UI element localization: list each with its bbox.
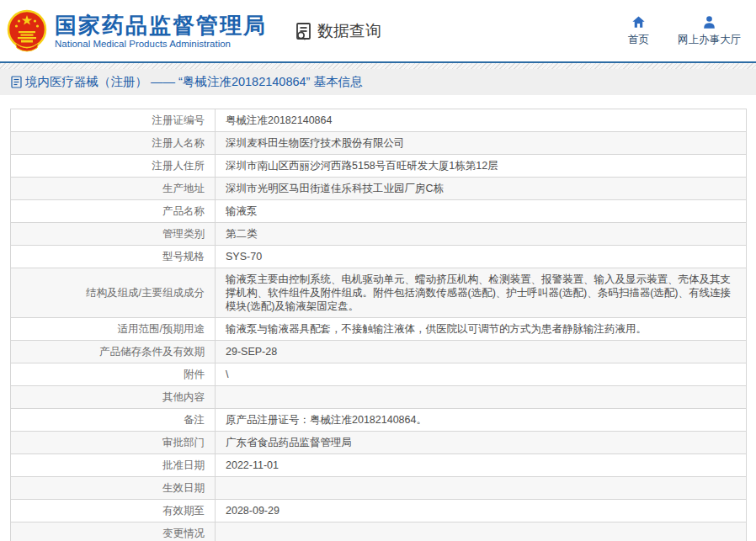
row-value [216, 477, 747, 500]
table-row: 结构及组成/主要组成成分 输液泵主要由控制系统、电机驱动单元、蠕动挤压机构、检测… [11, 268, 747, 318]
row-value: \ [216, 363, 747, 386]
table-row: 批准日期 2022-11-01 [11, 454, 747, 477]
table-row: 其他内容 [11, 386, 747, 409]
row-label: 产品储存条件及有效期 [11, 341, 216, 363]
table-row: 有效期至 2028-09-29 [11, 500, 747, 522]
nav-online-hall[interactable]: 网上办事大厅 [678, 14, 741, 47]
row-value: 粤械注准20182140864 [216, 109, 747, 132]
table-row: 审批部门 广东省食品药品监督管理局 [11, 432, 747, 454]
row-value: 输液泵主要由控制系统、电机驱动单元、蠕动挤压机构、检测装置、报警装置、输入及显示… [216, 268, 747, 318]
org-name-en: National Medical Products Administration [55, 39, 267, 49]
home-icon [631, 14, 647, 30]
row-value: 广东省食品药品监督管理局 [216, 432, 747, 454]
table-row: 适用范围/预期用途 输液泵与输液器具配套，不接触输注液体，供医院以可调节的方式为… [11, 318, 747, 341]
title-band: 境内医疗器械（注册） —— “粤械注准20182140864” 基本信息 [0, 69, 756, 95]
row-value: 深圳市南山区西丽沙河西路5158号百旺研发大厦1栋第12层 [216, 155, 747, 178]
row-value: SYS-70 [216, 246, 747, 268]
header: 国家药品监督管理局 National Medical Products Admi… [0, 0, 756, 61]
row-label: 批准日期 [11, 454, 216, 477]
table-row: 注册人住所 深圳市南山区西丽沙河西路5158号百旺研发大厦1栋第12层 [11, 155, 747, 178]
table-row: 产品储存条件及有效期 29-SEP-28 [11, 341, 747, 363]
row-label: 注册人住所 [11, 155, 216, 178]
row-value: 输液泵 [216, 200, 747, 223]
nav-home[interactable]: 首页 [628, 14, 649, 47]
row-label: 结构及组成/主要组成成分 [11, 268, 216, 318]
row-value [216, 522, 747, 541]
table-row: 附件 \ [11, 363, 747, 386]
table-row: 产品名称 输液泵 [11, 200, 747, 223]
row-label: 生产地址 [11, 178, 216, 200]
national-emblem-logo [7, 9, 47, 53]
info-table-body: 注册证编号 粤械注准20182140864 注册人名称 深圳麦科田生物医疗技术股… [11, 109, 747, 541]
online-hall-label: 网上办事大厅 [678, 33, 741, 47]
row-value: 深圳市光明区马田街道佳乐科技工业园厂房C栋 [216, 178, 747, 200]
table-row: 注册证编号 粤械注准20182140864 [11, 109, 747, 132]
page-title: 境内医疗器械（注册） —— “粤械注准20182140864” 基本信息 [25, 74, 362, 90]
row-label: 其他内容 [11, 386, 216, 409]
home-label: 首页 [628, 33, 649, 47]
row-label: 有效期至 [11, 500, 216, 522]
table-row: 管理类别 第二类 [11, 223, 747, 246]
top-nav: 首页 网上办事大厅 [628, 14, 741, 47]
row-value: 输液泵与输液器具配套，不接触输注液体，供医院以可调节的方式为患者静脉输注药液用。 [216, 318, 747, 341]
table-row: 注册人名称 深圳麦科田生物医疗技术股份有限公司 [11, 132, 747, 155]
brand-block: 国家药品监督管理局 National Medical Products Admi… [55, 13, 267, 49]
row-value: 2028-09-29 [216, 500, 747, 522]
row-value: 29-SEP-28 [216, 341, 747, 363]
row-value: 2022-11-01 [216, 454, 747, 477]
data-query-label: 数据查询 [317, 20, 381, 42]
page: 国家药品监督管理局 National Medical Products Admi… [0, 0, 756, 541]
row-label: 型号规格 [11, 246, 216, 268]
table-wrap: 注册证编号 粤械注准20182140864 注册人名称 深圳麦科田生物医疗技术股… [0, 95, 756, 541]
hatch-band [0, 63, 756, 69]
org-name-cn: 国家药品监督管理局 [55, 13, 267, 38]
row-label: 备注 [11, 409, 216, 432]
table-row: 型号规格 SYS-70 [11, 246, 747, 268]
row-value: 第二类 [216, 223, 747, 246]
table-row: 变更情况 [11, 522, 747, 541]
row-label: 注册证编号 [11, 109, 216, 132]
info-table: 注册证编号 粤械注准20182140864 注册人名称 深圳麦科田生物医疗技术股… [10, 109, 747, 541]
document-search-icon [294, 21, 314, 41]
row-value: 深圳麦科田生物医疗技术股份有限公司 [216, 132, 747, 155]
row-label: 生效日期 [11, 477, 216, 500]
row-value [216, 386, 747, 409]
person-icon [701, 14, 717, 30]
row-label: 管理类别 [11, 223, 216, 246]
nav-data-query[interactable]: 数据查询 [294, 20, 381, 42]
table-row: 生效日期 [11, 477, 747, 500]
row-label: 产品名称 [11, 200, 216, 223]
document-icon [11, 76, 22, 88]
row-label: 附件 [11, 363, 216, 386]
table-row: 备注 原产品注册证号：粤械注准20182140864。 [11, 409, 747, 432]
row-label: 变更情况 [11, 522, 216, 541]
row-label: 审批部门 [11, 432, 216, 454]
row-label: 注册人名称 [11, 132, 216, 155]
table-row: 生产地址 深圳市光明区马田街道佳乐科技工业园厂房C栋 [11, 178, 747, 200]
row-value: 原产品注册证号：粤械注准20182140864。 [216, 409, 747, 432]
row-label: 适用范围/预期用途 [11, 318, 216, 341]
